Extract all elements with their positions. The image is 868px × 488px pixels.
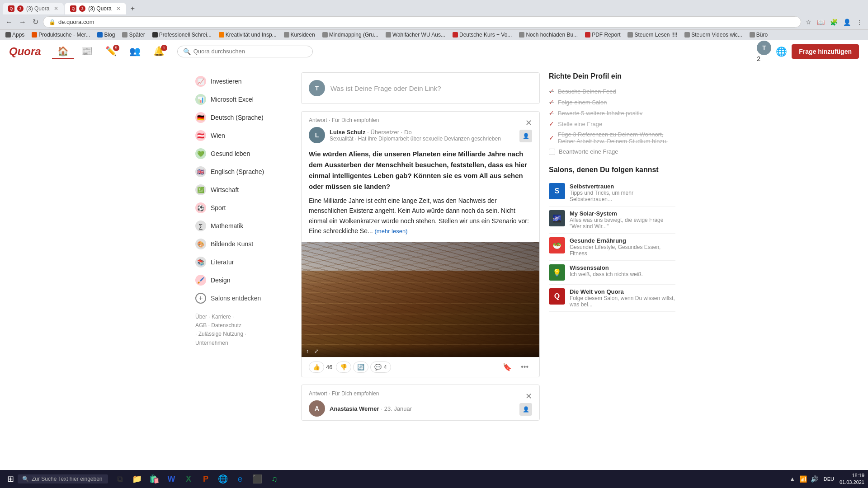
- checkbox-icon-6[interactable]: [549, 149, 555, 155]
- menu-icon[interactable]: ⋮: [854, 18, 864, 27]
- footer-link-unternehmen[interactable]: Unternehmen: [195, 340, 228, 346]
- sidebar-item-mathematik[interactable]: ∑ Mathematik: [193, 217, 292, 235]
- footer-link-zulaessige[interactable]: Zulässige Nutzung: [198, 331, 243, 337]
- bookmark-blog[interactable]: Blog: [95, 31, 117, 38]
- taskbar-app-powerpoint[interactable]: P: [198, 471, 214, 474]
- footer-link-datenschutz[interactable]: Datenschutz: [211, 322, 241, 328]
- address-bar[interactable]: 🔒 de.quora.com: [43, 16, 801, 28]
- tab-2-close[interactable]: ✕: [116, 5, 121, 12]
- search-icon: 🔍: [183, 48, 191, 55]
- sidebar-item-design[interactable]: 🖌️ Design: [193, 271, 292, 289]
- profile-task-6: Beantworte eine Frage: [549, 146, 675, 157]
- bookmark-deutsche[interactable]: Deutsche Kurs + Vo...: [451, 31, 514, 38]
- salon-item-solar[interactable]: 🌌 My Solar-System Alles was uns bewegt, …: [549, 206, 675, 234]
- search-input[interactable]: [193, 48, 307, 55]
- bookmark-buero[interactable]: Büro: [748, 31, 769, 38]
- taskbar-app-chrome[interactable]: 🌐: [215, 471, 231, 474]
- bookmark-apps[interactable]: Apps: [4, 31, 26, 38]
- taskbar-app-store[interactable]: 🛍️: [146, 471, 162, 474]
- user-avatar-wrap[interactable]: T 2: [757, 41, 771, 62]
- comment-button-1[interactable]: 💬 4: [370, 361, 391, 373]
- more-button-1[interactable]: •••: [517, 361, 532, 373]
- account-icon[interactable]: 👤: [841, 18, 853, 27]
- card-2-close-button[interactable]: ✕: [525, 391, 532, 401]
- sidebar-add-salons[interactable]: + Salons entdecken: [193, 289, 292, 307]
- profile-task-4: ✓ Stelle eine Frage: [549, 118, 675, 129]
- bookmark-professionell[interactable]: Professionell Schrei...: [151, 31, 213, 38]
- bookmark-steuern1[interactable]: Steuern Lesen !!!!: [626, 31, 679, 38]
- sport-icon: ⚽: [195, 202, 206, 213]
- salon-item-die-welt[interactable]: Q Die Welt von Quora Folge diesem Salon,…: [549, 285, 675, 312]
- sidebar-item-microsoft-excel[interactable]: 📊 Microsoft Excel: [193, 90, 292, 108]
- header-search[interactable]: 🔍: [177, 46, 313, 57]
- reader-icon[interactable]: 📖: [815, 18, 826, 27]
- windows-start-button[interactable]: ⊞: [4, 472, 18, 474]
- card-2-action-icon[interactable]: 👤: [519, 403, 532, 416]
- taskbar-app-excel[interactable]: X: [180, 471, 197, 474]
- salon-item-selbstvertrauen[interactable]: S Selbstvertrauen Tipps und Tricks, um m…: [549, 179, 675, 206]
- taskbar-app-task-view[interactable]: ⧉: [112, 471, 128, 474]
- sidebar-item-investieren[interactable]: 📈 Investieren: [193, 72, 292, 90]
- profile-task-1: ✓ Besuche Deinen Feed: [549, 86, 675, 97]
- answer-image-1: ↑ ⤢: [302, 242, 539, 357]
- sidebar-item-literatur[interactable]: 📚 Literatur: [193, 253, 292, 271]
- nav-notifications[interactable]: 🔔 1: [148, 44, 170, 59]
- sidebar-item-sport[interactable]: ⚽ Sport: [193, 199, 292, 217]
- bookmark-spaeter[interactable]: Später: [120, 31, 146, 38]
- globe-icon[interactable]: 🌐: [776, 46, 787, 57]
- tab-1[interactable]: Q 3 (3) Quora ✕: [3, 3, 64, 14]
- read-more-1[interactable]: (mehr lesen): [375, 228, 408, 235]
- comment-count-1: 4: [383, 364, 387, 371]
- star-icon[interactable]: ☆: [804, 18, 813, 27]
- taskbar-app-spotify[interactable]: ♫: [266, 471, 283, 474]
- quora-page: Quora 🏠 📰 ✏️ 5 👥 🔔 1 🔍: [0, 40, 868, 474]
- taskbar-app-word[interactable]: W: [163, 471, 179, 474]
- extensions-icon[interactable]: 🧩: [828, 18, 840, 27]
- footer-link-karriere[interactable]: Karriere: [212, 314, 231, 320]
- footer-link-uber[interactable]: Über: [195, 314, 207, 320]
- tab-1-close[interactable]: ✕: [54, 5, 58, 12]
- sidebar-item-englisch[interactable]: 🇬🇧 Englisch (Sprache): [193, 163, 292, 181]
- author-info-2: Anastasia Werner · 23. Januar: [330, 405, 519, 412]
- bookmark-kreativitaet[interactable]: Kreativität und Insp...: [217, 31, 278, 38]
- sidebar-item-deutsch[interactable]: 🇩🇪 Deutsch (Sprache): [193, 108, 292, 127]
- taskbar-app-cmd[interactable]: ⬛: [249, 471, 265, 474]
- sidebar-item-wirtschaft[interactable]: 💹 Wirtschaft: [193, 181, 292, 199]
- card-1-close-button[interactable]: ✕: [525, 118, 532, 128]
- add-question-button[interactable]: Frage hinzufügen: [792, 44, 859, 59]
- taskbar-app-file-explorer[interactable]: 📁: [129, 471, 145, 474]
- sidebar-item-gesund-leben[interactable]: 💚 Gesund leben: [193, 145, 292, 163]
- sidebar-item-wien[interactable]: 🇦🇹 Wien: [193, 127, 292, 145]
- bookmark-produktsuche[interactable]: Produktsuche - Mer...: [30, 31, 92, 38]
- nav-edit[interactable]: ✏️ 5: [100, 44, 122, 59]
- reload-button[interactable]: ↻: [31, 17, 40, 27]
- bookmark-mindmapping[interactable]: Mindmapping (Gru...: [321, 31, 380, 38]
- answer-card-2: Antwort · Für Dich empfohlen A Anastasia…: [301, 385, 540, 421]
- share-button-1[interactable]: 🔄: [353, 361, 368, 373]
- bookmark-wahlfaecher[interactable]: Wahlfächer WU Aus...: [384, 31, 447, 38]
- card-2-actions: ✕ 👤: [519, 391, 532, 416]
- taskbar-app-edge[interactable]: e: [232, 471, 248, 474]
- footer-link-agb[interactable]: AGB: [195, 322, 207, 328]
- salon-item-wissenssalon[interactable]: 💡 Wissenssalon Ich weiß, dass ich nichts…: [549, 261, 675, 285]
- forward-button[interactable]: →: [17, 17, 28, 27]
- nav-news[interactable]: 📰: [76, 44, 98, 59]
- bookmark-button-1[interactable]: 🔖: [499, 361, 515, 373]
- bookmark-pdf[interactable]: PDF Report: [583, 31, 622, 38]
- tab-2[interactable]: Q 3 (3) Quora ✕: [65, 3, 126, 14]
- sidebar-label-literatur: Literatur: [211, 258, 234, 266]
- bookmark-hochladen[interactable]: Noch hochladen Bu...: [517, 31, 580, 38]
- salon-item-ernaehrung[interactable]: 🥗 Gesunde Ernährung Gesunder Lifestyle, …: [549, 234, 675, 261]
- bookmark-steuern2[interactable]: Steuern Videos wic...: [683, 31, 744, 38]
- sidebar-item-bildende-kunst[interactable]: 🎨 Bildende Kunst: [193, 235, 292, 253]
- microsoft-excel-icon: 📊: [195, 94, 206, 105]
- downvote-button-1[interactable]: 👎: [336, 361, 351, 373]
- nav-community[interactable]: 👥: [124, 44, 146, 59]
- nav-home[interactable]: 🏠: [52, 44, 74, 59]
- upvote-button-1[interactable]: 👍: [309, 361, 324, 373]
- new-tab-button[interactable]: +: [127, 3, 138, 14]
- question-placeholder[interactable]: Was ist Deine Frage oder Dein Link?: [330, 84, 532, 92]
- bookmark-kursideen[interactable]: Kursideen: [282, 31, 317, 38]
- back-button[interactable]: ←: [4, 17, 14, 27]
- card-1-action-icon[interactable]: 👤: [519, 130, 532, 142]
